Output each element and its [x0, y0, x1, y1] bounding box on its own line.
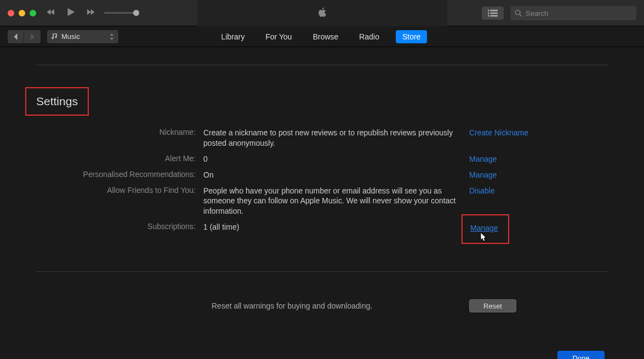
divider — [36, 65, 608, 65]
minimize-window[interactable] — [19, 10, 25, 16]
play-button[interactable] — [65, 6, 77, 20]
reset-text: Reset all warnings for buying and downlo… — [36, 301, 469, 310]
create-nickname-link[interactable]: Create Nickname — [469, 128, 528, 137]
tab-library[interactable]: Library — [217, 30, 249, 43]
next-track-button[interactable] — [86, 7, 95, 19]
list-view-button[interactable] — [482, 7, 504, 20]
music-note-icon — [52, 33, 58, 40]
row-alert-me: Alert Me: 0 Manage — [36, 154, 608, 164]
reset-button[interactable]: Reset — [469, 299, 516, 312]
nav-bar: Music Library For You Browse Radio Store — [0, 26, 644, 47]
forward-button[interactable] — [24, 30, 41, 43]
alert-value: 0 — [203, 154, 469, 164]
apple-logo-icon — [317, 5, 328, 21]
subs-label: Subscriptions: — [36, 222, 203, 231]
back-button[interactable] — [8, 30, 24, 43]
row-recommendations: Personalised Recommendations: On Manage — [36, 170, 608, 180]
row-nickname: Nickname: Create a nickname to post new … — [36, 128, 608, 149]
row-friends: Allow Friends to Find You: People who ha… — [36, 186, 608, 217]
playback-controls — [46, 6, 137, 20]
tab-store[interactable]: Store — [396, 30, 427, 43]
divider — [36, 271, 608, 272]
search-input[interactable] — [526, 9, 632, 18]
friends-label: Allow Friends to Find You: — [36, 186, 203, 195]
nav-tabs: Library For You Browse Radio Store — [217, 30, 428, 43]
search-field[interactable] — [510, 6, 636, 20]
window-controls — [8, 10, 36, 16]
nickname-label: Nickname: — [36, 128, 203, 136]
alert-manage-link[interactable]: Manage — [469, 155, 497, 163]
friends-value: People who have your phone number or ema… — [203, 186, 469, 217]
titlebar — [0, 0, 644, 26]
done-button[interactable]: Done — [557, 351, 605, 359]
previous-track-button[interactable] — [46, 7, 56, 19]
recs-label: Personalised Recommendations: — [36, 170, 203, 179]
tab-browse[interactable]: Browse — [309, 30, 343, 43]
close-window[interactable] — [8, 10, 14, 16]
recs-manage-link[interactable]: Manage — [469, 170, 497, 179]
row-subscriptions: Subscriptions: 1 (all time) Manage — [36, 222, 608, 244]
alert-label: Alert Me: — [36, 154, 203, 163]
friends-disable-link[interactable]: Disable — [469, 186, 495, 195]
volume-slider[interactable] — [104, 12, 137, 14]
recs-value: On — [203, 170, 469, 180]
cursor-icon — [479, 232, 488, 243]
media-kind-label: Music — [61, 32, 106, 41]
now-playing-display — [197, 0, 447, 26]
settings-title: Settings — [25, 87, 89, 116]
zoom-window[interactable] — [30, 10, 36, 16]
nickname-value: Create a nickname to post new reviews or… — [203, 128, 469, 149]
reset-row: Reset all warnings for buying and downlo… — [36, 299, 608, 312]
media-kind-selector[interactable]: Music — [47, 30, 118, 43]
search-icon — [515, 9, 522, 17]
subscriptions-highlight: Manage — [461, 214, 509, 244]
tab-for-you[interactable]: For You — [261, 30, 296, 43]
subs-value: 1 (all time) — [203, 222, 469, 232]
tab-radio[interactable]: Radio — [355, 30, 384, 43]
subs-manage-link[interactable]: Manage — [470, 224, 498, 232]
updown-chevron-icon — [110, 33, 114, 40]
